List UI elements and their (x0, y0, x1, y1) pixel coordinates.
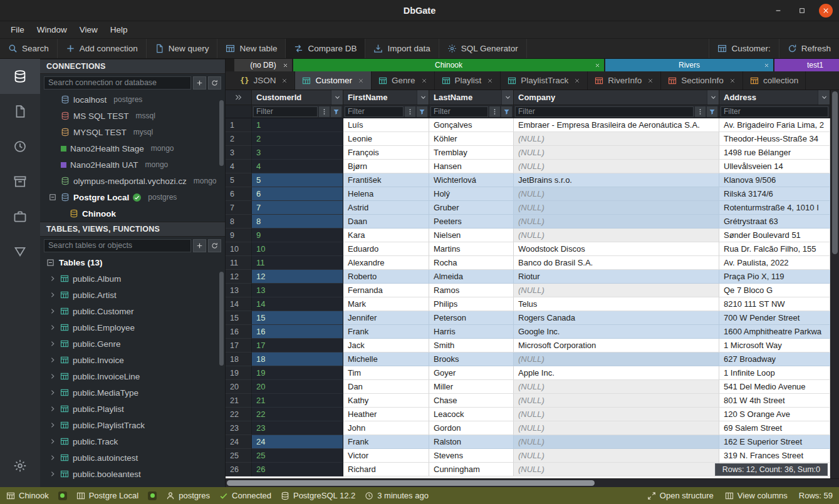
cell-lastname[interactable]: Hansen (429, 160, 514, 173)
cell-address[interactable]: Rua Dr. Falcão Filho, 155 (719, 242, 830, 256)
cell-lastname[interactable]: Harris (429, 325, 514, 339)
add-connection-button[interactable] (193, 76, 206, 90)
cell-customerid[interactable]: 4 (252, 160, 343, 173)
cell-firstname[interactable]: Kara (343, 229, 429, 242)
refresh-connections-button[interactable] (208, 76, 221, 90)
cell-lastname[interactable]: Cunningham (429, 463, 514, 476)
rail-settings-icon[interactable] (0, 448, 40, 483)
minimize-button[interactable] (771, 4, 785, 18)
cell-company[interactable]: (NULL) (514, 160, 719, 173)
cell-company[interactable]: (NULL) (514, 449, 719, 463)
cell-firstname[interactable]: Fernanda (343, 284, 429, 297)
rail-plugins-icon[interactable] (0, 199, 40, 234)
cell-firstname[interactable]: Mark (343, 297, 429, 311)
cell-lastname[interactable]: Martins (429, 242, 514, 256)
cell-customerid[interactable]: 9 (252, 229, 343, 242)
filter-menu-button[interactable] (489, 106, 500, 117)
cell-lastname[interactable]: Leacock (429, 408, 514, 421)
toolbar-customer-button[interactable]: Customer: (709, 39, 778, 58)
cell-lastname[interactable]: Goyer (429, 366, 514, 380)
table-item-public-track[interactable]: public.Track (40, 433, 225, 450)
filter-input-firstname[interactable] (345, 106, 404, 117)
cell-lastname[interactable]: Rocha (429, 256, 514, 270)
cell-lastname[interactable]: Gordon (429, 421, 514, 435)
tab-json[interactable]: {}JSON (233, 71, 295, 90)
status-indicator[interactable] (148, 491, 157, 500)
close-icon[interactable] (595, 63, 600, 68)
cell-company[interactable]: Apple Inc. (514, 366, 719, 380)
tab-riverinfo[interactable]: RiverInfo (588, 71, 661, 90)
vertical-scrollbar[interactable] (830, 90, 839, 478)
cell-firstname[interactable]: Jennifer (343, 311, 429, 325)
cell-company[interactable]: Microsoft Corporation (514, 339, 719, 352)
connection-ms-sql-test[interactable]: MS SQL TESTmssql (40, 108, 225, 124)
row-number[interactable]: 11 (226, 256, 252, 270)
row-number[interactable]: 2 (226, 132, 252, 146)
toolbar-new-table-button[interactable]: New table (217, 39, 286, 58)
filter-funnel-button[interactable] (501, 106, 512, 117)
cell-company[interactable]: Rogers Canada (514, 311, 719, 325)
cell-firstname[interactable]: Tim (343, 366, 429, 380)
cell-firstname[interactable]: Roberto (343, 270, 429, 284)
cell-lastname[interactable]: Almeida (429, 270, 514, 284)
table-item-public-album[interactable]: public.Album (40, 270, 225, 287)
cell-address[interactable]: Grétrystraat 63 (719, 215, 830, 229)
column-menu-button[interactable] (818, 90, 830, 105)
filter-funnel-button[interactable] (707, 106, 717, 117)
cell-lastname[interactable]: Wichterlová (429, 173, 514, 187)
cell-lastname[interactable]: Miller (429, 380, 514, 394)
table-item-public-employee[interactable]: public.Employee (40, 319, 225, 336)
cell-company[interactable]: (NULL) (514, 408, 719, 421)
table-item-public-invoice[interactable]: public.Invoice (40, 352, 225, 368)
cell-address[interactable]: 120 S Orange Ave (719, 408, 830, 421)
cell-company[interactable]: (NULL) (514, 229, 719, 242)
status-view-columns[interactable]: View columns (725, 491, 788, 500)
cell-lastname[interactable]: Holý (429, 187, 514, 201)
cell-company[interactable]: (NULL) (514, 380, 719, 394)
status-postgres[interactable]: postgres (166, 491, 210, 500)
cell-customerid[interactable]: 6 (252, 187, 343, 201)
cell-lastname[interactable]: Peeters (429, 215, 514, 229)
cell-customerid[interactable]: 25 (252, 449, 343, 463)
column-header-company[interactable]: Company (514, 90, 719, 105)
grid-corner-button[interactable] (226, 90, 252, 105)
cell-company[interactable]: (NULL) (514, 394, 719, 408)
table-item-public-mediatype[interactable]: public.MediaType (40, 384, 225, 401)
refresh-tables-button[interactable] (208, 239, 221, 252)
cell-address[interactable]: Av. Paulista, 2022 (719, 256, 830, 270)
cell-firstname[interactable]: František (343, 173, 429, 187)
connection-mysql-test[interactable]: MYSQL TESTmysql (40, 124, 225, 140)
table-search-input[interactable] (44, 239, 191, 252)
cell-lastname[interactable]: Smith (429, 339, 514, 352)
cell-company[interactable]: Woodstock Discos (514, 242, 719, 256)
cell-company[interactable]: (NULL) (514, 284, 719, 297)
vertical-scrollbar-thumb[interactable] (832, 91, 838, 254)
row-number[interactable]: 22 (226, 408, 252, 421)
cell-customerid[interactable]: 8 (252, 215, 343, 229)
database-chinook[interactable]: Chinook (40, 205, 225, 222)
tabgroup-rivers[interactable]: Rivers (605, 59, 773, 71)
connection-olympus-medportal-vychozi-cz[interactable]: olympus-medportal.vychozi.czmongo (40, 173, 225, 189)
table-item-public-autoinctest[interactable]: public.autoinctest (40, 450, 225, 466)
cell-address[interactable]: Theodor-Heuss-Straße 34 (719, 132, 830, 146)
tab-playlisttrack[interactable]: PlaylistTrack (501, 71, 588, 90)
menu-help[interactable]: Help (105, 23, 133, 36)
cell-lastname[interactable]: Ramos (429, 284, 514, 297)
toolbar-new-query-button[interactable]: New query (147, 39, 218, 58)
cell-customerid[interactable]: 21 (252, 394, 343, 408)
column-header-customerid[interactable]: CustomerId (252, 90, 343, 105)
cell-customerid[interactable]: 11 (252, 256, 343, 270)
cell-address[interactable]: Klanova 9/506 (719, 173, 830, 187)
cell-firstname[interactable]: Daan (343, 215, 429, 229)
cell-address[interactable]: 1 Infinite Loop (719, 366, 830, 380)
horizontal-scrollbar-thumb[interactable] (227, 480, 595, 486)
cell-address[interactable]: 541 Del Medio Avenue (719, 380, 830, 394)
tabgroup-no-db[interactable]: (no DB) (234, 59, 292, 71)
table-item-public-playlist[interactable]: public.Playlist (40, 401, 225, 417)
cell-customerid[interactable]: 26 (252, 463, 343, 476)
cell-address[interactable]: Praça Pio X, 119 (719, 270, 830, 284)
column-menu-button[interactable] (331, 90, 343, 105)
sidebar-scrollbar[interactable] (219, 272, 224, 366)
expander[interactable] (48, 193, 57, 201)
cell-customerid[interactable]: 19 (252, 366, 343, 380)
